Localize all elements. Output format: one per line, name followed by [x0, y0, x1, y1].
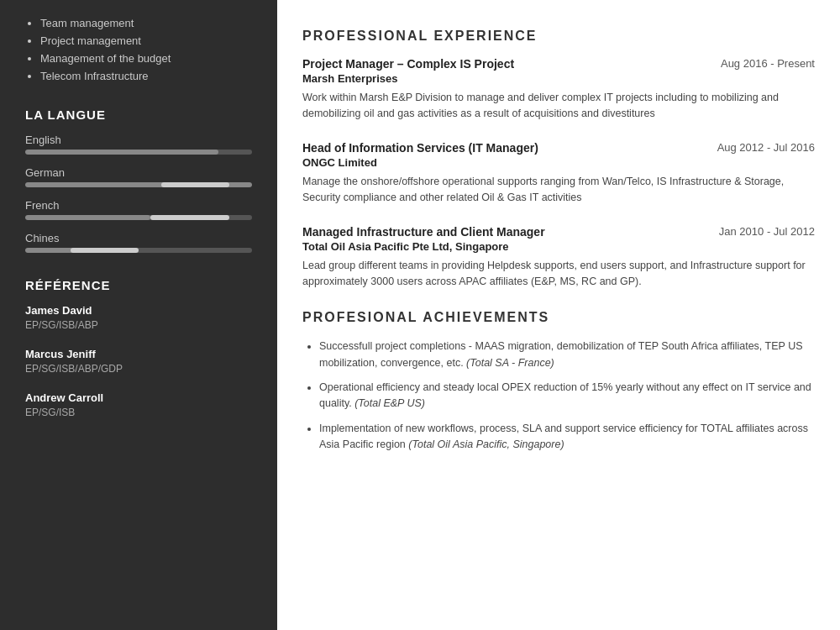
achievements-list: Successfull project completions - MAAS m…: [302, 339, 815, 453]
language-bar: [25, 248, 252, 253]
reference-title: RÉFÉRENCE: [25, 278, 252, 292]
reference-section: RÉFÉRENCE James David EP/SG/ISB/ABP Marc…: [25, 278, 252, 418]
reference-name: James David: [25, 304, 252, 317]
language-bar: [25, 182, 252, 187]
language-name: Chines: [25, 232, 252, 244]
exp-date: Aug 2016 - Present: [721, 57, 815, 70]
language-french: French: [25, 199, 252, 220]
exp-company: Total Oil Asia Pacific Pte Ltd, Singapor…: [302, 240, 815, 253]
exp-date: Jan 2010 - Jul 2012: [719, 225, 815, 238]
achievement-italic: (Total E&P US): [354, 397, 425, 409]
language-chines: Chines: [25, 232, 252, 253]
language-bar-highlight: [71, 248, 139, 253]
exp-title: Managed Infrastructure and Client Manage…: [302, 225, 545, 239]
skills-section: Team management Project management Manag…: [25, 17, 252, 82]
language-bar: [25, 215, 252, 220]
sidebar: Team management Project management Manag…: [0, 0, 277, 630]
exp-header: Managed Infrastructure and Client Manage…: [302, 225, 815, 239]
reference-detail: EP/SG/ISB/ABP/GDP: [25, 363, 252, 375]
exp-title: Head of Information Services (IT Manager…: [302, 141, 538, 155]
achievement-item: Implementation of new workflows, process…: [319, 421, 815, 454]
achievement-text: Successfull project completions - MAAS m…: [319, 340, 803, 368]
exp-company: ONGC Limited: [302, 156, 815, 169]
exp-header: Head of Information Services (IT Manager…: [302, 141, 815, 155]
skill-item: Project management: [40, 34, 252, 47]
reference-name: Andrew Carroll: [25, 391, 252, 404]
skill-item: Telecom Infrastructure: [40, 70, 252, 82]
exp-title: Project Manager – Complex IS Project: [302, 57, 514, 71]
language-name: French: [25, 199, 252, 212]
language-english: English: [25, 134, 252, 155]
experience-2: Head of Information Services (IT Manager…: [302, 141, 815, 207]
experience-1: Project Manager – Complex IS Project Aug…: [302, 57, 815, 123]
language-bar-highlight: [161, 182, 229, 187]
reference-marcus: Marcus Jeniff EP/SG/ISB/ABP/GDP: [25, 348, 252, 375]
exp-company: Marsh Enterprises: [302, 72, 815, 85]
language-bar: [25, 150, 252, 155]
professional-experience-title: PROFESSIONAL EXPERIENCE: [302, 29, 815, 44]
main-content: PROFESSIONAL EXPERIENCE Project Manager …: [277, 0, 840, 630]
language-name: German: [25, 166, 252, 179]
language-bar-fill: [25, 215, 150, 220]
language-bar-fill: [25, 150, 218, 155]
language-german: German: [25, 166, 252, 187]
exp-desc: Lead group different teams in providing …: [302, 258, 815, 291]
reference-andrew: Andrew Carroll EP/SG/ISB: [25, 391, 252, 418]
reference-name: Marcus Jeniff: [25, 348, 252, 360]
exp-desc: Work within Marsh E&P Division to manage…: [302, 90, 815, 123]
reference-james: James David EP/SG/ISB/ABP: [25, 304, 252, 331]
language-name: English: [25, 134, 252, 146]
language-section: LA LANGUE English German French Chines: [25, 108, 252, 253]
language-bar-highlight: [150, 215, 230, 220]
achievement-italic: (Total Oil Asia Pacific, Singapore): [408, 438, 564, 450]
reference-detail: EP/SG/ISB/ABP: [25, 319, 252, 331]
reference-detail: EP/SG/ISB: [25, 407, 252, 418]
exp-header: Project Manager – Complex IS Project Aug…: [302, 57, 815, 71]
achievement-item: Operational efficiency and steady local …: [319, 380, 815, 412]
exp-date: Aug 2012 - Jul 2016: [717, 141, 815, 154]
skills-list: Team management Project management Manag…: [25, 17, 252, 82]
achievements-title: PROFESIONAL ACHIEVEMENTS: [302, 310, 815, 325]
skill-item: Management of the budget: [40, 52, 252, 65]
experience-3: Managed Infrastructure and Client Manage…: [302, 225, 815, 291]
skill-item: Team management: [40, 17, 252, 29]
language-title: LA LANGUE: [25, 108, 252, 122]
exp-desc: Manage the onshore/offshore operational …: [302, 174, 815, 207]
achievement-italic: (Total SA - France): [466, 357, 554, 369]
achievement-item: Successfull project completions - MAAS m…: [319, 339, 815, 371]
